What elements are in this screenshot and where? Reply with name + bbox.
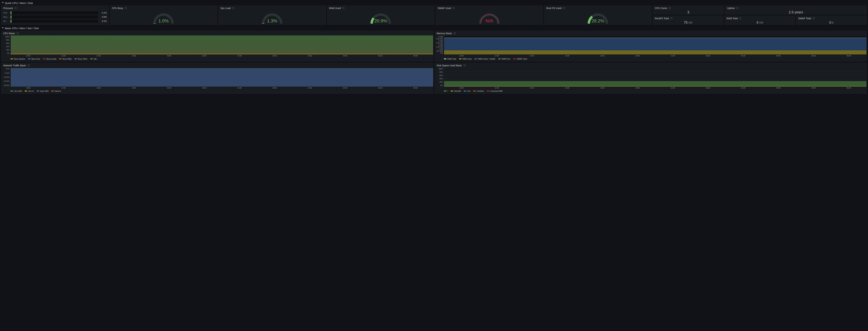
- svg-point-32: [813, 18, 814, 18]
- panel-gauge[interactable]: CPU Busy 1.0%: [110, 5, 217, 25]
- legend-item[interactable]: RAM Cache + Buffer: [474, 58, 495, 60]
- legend-item[interactable]: RAM Total: [444, 58, 456, 60]
- info-icon[interactable]: [453, 7, 455, 9]
- info-icon[interactable]: [736, 7, 739, 9]
- legend-item[interactable]: /boot/efi: [451, 90, 461, 92]
- info-icon[interactable]: [124, 7, 127, 9]
- panel-stat[interactable]: RAM Total 4GiB: [724, 16, 795, 25]
- panel-disk-basic[interactable]: Disk Space Used Basic 100%80%60%40%20%0%…: [435, 63, 867, 94]
- x-tick: 12:00: [46, 55, 81, 57]
- legend-item[interactable]: trans lo: [51, 90, 61, 92]
- chart-disk-basic[interactable]: [444, 67, 866, 87]
- legend-item[interactable]: recv eth0: [10, 90, 22, 92]
- section-header-quick[interactable]: Quick CPU / Mem / Disk: [1, 1, 867, 5]
- legend-item[interactable]: Busy System: [10, 58, 25, 60]
- panel-pressure[interactable]: Pressure CPU 0.1%Mem 0.0%I/O 0.1%: [1, 5, 109, 25]
- legend-item[interactable]: SWAP Used: [513, 58, 527, 60]
- legend-label: SWAP Used: [517, 58, 527, 60]
- gauge: 1.0%: [151, 10, 177, 24]
- panel-gauge[interactable]: RAM Used 20.9%: [327, 5, 435, 25]
- panel-gauge[interactable]: SWAP Used N/A: [436, 5, 543, 25]
- panel-network-basic[interactable]: Network Traffic Basic 0 b/s-5 kb/s-10 kb…: [1, 63, 433, 94]
- panel-gauge[interactable]: Root FS Used 28.2%: [545, 5, 652, 25]
- legend-label: RAM Cache + Buffer: [478, 58, 495, 60]
- panel-memory-basic[interactable]: Memory Basic 4 GiB3.50 GiB3 GiB2.50 GiB2…: [435, 31, 867, 61]
- legend-item[interactable]: Busy Iowait: [43, 58, 56, 60]
- y-tick: 0%: [440, 84, 443, 86]
- legend-swatch: [59, 59, 61, 59]
- x-tick: 16:00: [550, 55, 585, 57]
- x-tick: 06:00: [363, 87, 398, 89]
- legend-item[interactable]: trans eth0: [37, 90, 49, 92]
- info-icon[interactable]: [563, 7, 565, 9]
- info-icon[interactable]: [463, 64, 466, 67]
- pressure-value: 0.0%: [99, 16, 107, 18]
- y-tick: 0 B: [440, 52, 443, 54]
- panel-title-text: RAM Total: [726, 17, 738, 20]
- legend-item[interactable]: /run/lock: [473, 90, 484, 92]
- x-tick: 12:00: [46, 87, 81, 89]
- legend-item[interactable]: /run: [464, 90, 470, 92]
- legend-item[interactable]: recv lo: [25, 90, 34, 92]
- legend-item[interactable]: Busy User: [28, 58, 40, 60]
- info-icon[interactable]: [232, 7, 235, 9]
- legend-swatch: [513, 59, 516, 59]
- info-icon[interactable]: [669, 7, 671, 9]
- info-icon[interactable]: [342, 7, 345, 9]
- panel-stat[interactable]: SWAP Total 0B: [796, 16, 867, 25]
- info-icon[interactable]: [739, 17, 741, 20]
- y-tick: 40%: [6, 46, 9, 48]
- legend-swatch: [474, 59, 477, 59]
- info-icon[interactable]: [812, 17, 815, 20]
- info-icon[interactable]: [454, 32, 456, 35]
- x-tick: 08:00: [398, 87, 433, 89]
- pressure-label: I/O: [3, 20, 9, 22]
- svg-point-26: [671, 18, 672, 18]
- info-icon[interactable]: [17, 32, 19, 35]
- y-tick: 20%: [6, 49, 9, 51]
- legend-swatch: [10, 91, 13, 91]
- info-icon[interactable]: [27, 64, 30, 67]
- legend-item[interactable]: Idle: [90, 58, 97, 60]
- panel-stat[interactable]: CPU Cores 3: [653, 5, 724, 14]
- legend-label: Busy System: [14, 58, 25, 60]
- legend-label: /boot/efi: [454, 90, 461, 92]
- stat-unit: B: [832, 21, 833, 24]
- x-tick: 14:00: [81, 87, 116, 89]
- legend-swatch: [51, 91, 54, 91]
- y-tick: 2 GiB: [438, 44, 443, 46]
- y-tick: 512 MiB: [436, 50, 443, 52]
- x-tick: 06:00: [796, 55, 831, 57]
- legend-swatch: [74, 59, 77, 59]
- chart-cpu-basic[interactable]: [10, 35, 433, 55]
- x-tick: 20:00: [187, 87, 222, 89]
- y-tick: -5 kb/s: [4, 72, 9, 74]
- legend-item[interactable]: /: [444, 90, 448, 92]
- legend-item[interactable]: RAM Used: [459, 58, 472, 60]
- chart-network-basic[interactable]: [10, 67, 433, 87]
- x-tick: 12:00: [479, 55, 515, 57]
- legend-item[interactable]: Busy Other: [74, 58, 88, 60]
- legend-item[interactable]: RAM Free: [498, 58, 510, 60]
- y-tick: 0 b/s: [6, 68, 9, 70]
- panel-cpu-basic[interactable]: CPU Basic 100%80%60%40%20%0% 10:0012:001…: [1, 31, 433, 61]
- info-icon[interactable]: [670, 17, 673, 20]
- legend-swatch: [37, 91, 39, 91]
- x-tick: 08:00: [831, 87, 866, 89]
- panel-gauge[interactable]: Sys Load 1.3%: [219, 5, 326, 25]
- pressure-label: CPU: [3, 12, 9, 14]
- gauge-value: 1.3%: [259, 18, 285, 24]
- section-header-basic[interactable]: Basic CPU / Mem / Net / Disk: [1, 26, 867, 31]
- legend-item[interactable]: /run/user/1000: [487, 90, 503, 92]
- quick-row: Pressure CPU 0.1%Mem 0.0%I/O 0.1% CPU Bu…: [1, 5, 867, 25]
- y-tick: 1 GiB: [438, 48, 443, 50]
- chart-memory-basic[interactable]: [444, 35, 866, 55]
- panel-title-text: Disk Space Used Basic: [437, 64, 462, 67]
- legend-item[interactable]: Busy IRQs: [59, 58, 72, 60]
- panel-stat[interactable]: RootFS Total 75GiB: [653, 16, 723, 25]
- x-tick: 18:00: [151, 55, 187, 57]
- legend-label: Busy Iowait: [46, 58, 56, 60]
- panel-stat[interactable]: Uptime 2.5 years: [725, 5, 867, 14]
- legend-swatch: [90, 59, 93, 59]
- info-icon[interactable]: [14, 7, 17, 9]
